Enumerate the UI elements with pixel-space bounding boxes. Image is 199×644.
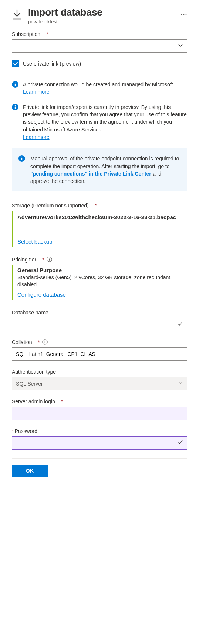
password-label: *Password [12,428,187,434]
auth-type-dropdown[interactable]: SQL Server [12,377,187,390]
check-icon [177,321,183,328]
info1-text: A private connection would be created an… [23,81,174,87]
admin-login-input[interactable] [12,407,187,420]
auth-type-label: Authentication type [12,369,187,375]
approval-callout: Manual approval of the private endpoint … [12,148,187,191]
storage-label: Storage (Premium not supported) * [12,203,187,208]
collation-field[interactable] [16,351,183,357]
callout-text-before: Manual approval of the private endpoint … [30,156,179,169]
svg-point-5 [15,83,16,84]
svg-rect-12 [21,158,22,161]
svg-point-14 [49,258,50,259]
svg-point-3 [186,14,187,15]
info1-learn-more-link[interactable]: Learn more [23,89,50,95]
info-icon [12,81,18,96]
info-icon [12,104,18,141]
admin-login-label: Server admin login * [12,398,187,404]
pricing-tier-description: Standard-series (Gen5), 2 vCores, 32 GB … [17,274,187,288]
svg-rect-18 [45,342,45,344]
svg-rect-15 [49,259,50,261]
ok-button[interactable]: OK [12,465,48,477]
svg-point-17 [45,341,45,341]
svg-point-8 [15,105,16,106]
import-icon [12,9,22,21]
svg-point-2 [183,14,185,15]
password-field[interactable] [16,440,177,446]
info2-learn-more-link[interactable]: Learn more [23,134,50,140]
pricing-tier-title: General Purpose [17,267,187,273]
auth-type-value: SQL Server [16,381,43,387]
page-subtitle: privatelinktest [28,19,175,24]
subscription-dropdown[interactable] [12,39,187,53]
use-private-link-label: Use private link (preview) [23,61,81,67]
use-private-link-checkbox[interactable] [12,60,19,67]
pending-connections-link[interactable]: "pending connections" in the Private Lin… [30,171,153,177]
svg-point-11 [21,157,23,158]
info-icon[interactable] [46,257,52,263]
pricing-tier-label: Pricing tier * [12,257,187,263]
svg-rect-6 [15,84,16,87]
page-title: Import database [28,7,175,18]
chevron-down-icon [178,43,183,49]
collation-label: Collation * [12,339,187,345]
select-backup-link[interactable]: Select backup [17,238,52,245]
svg-rect-9 [15,106,16,109]
admin-login-field[interactable] [16,410,183,416]
password-input[interactable] [12,436,187,450]
info2-text: Private link for import/export is curren… [23,104,187,133]
info-icon [18,155,25,185]
configure-database-link[interactable]: Configure database [17,291,66,298]
check-icon [177,439,183,446]
subscription-label: Subscription * [12,31,187,37]
info-icon[interactable] [42,339,48,345]
database-name-dropdown[interactable] [12,318,187,331]
more-icon[interactable] [181,11,187,19]
storage-file-name: AdventureWorks2012withchecksum-2022-2-16… [17,214,187,221]
database-name-label: Database name [12,310,187,316]
collation-input[interactable] [12,347,187,361]
chevron-down-icon [178,380,183,387]
svg-point-1 [181,14,182,15]
